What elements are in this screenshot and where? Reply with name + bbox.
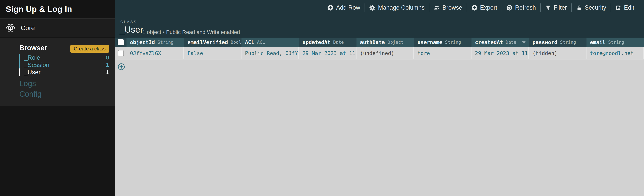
class-count-badge: 0 bbox=[106, 54, 109, 61]
cell-createdat[interactable]: 29 Mar 2023 at 11:… bbox=[472, 47, 529, 60]
app-title: Sign Up & Log In bbox=[0, 4, 72, 14]
refresh-button[interactable]: Refresh bbox=[502, 4, 540, 11]
security-button[interactable]: Security bbox=[572, 4, 611, 11]
column-name: objectId bbox=[130, 39, 155, 45]
row-select-cell bbox=[115, 47, 126, 60]
select-all-checkbox[interactable] bbox=[118, 39, 124, 45]
export-label: Export bbox=[480, 4, 498, 11]
manage-columns-button[interactable]: Manage Columns bbox=[365, 4, 429, 11]
class-eyebrow-label: CLASS bbox=[120, 20, 137, 24]
column-header-updatedat[interactable]: updatedAt Date bbox=[299, 38, 356, 47]
edit-label: Edit bbox=[624, 4, 634, 11]
edit-button[interactable]: Edit bbox=[611, 4, 639, 11]
filter-label: Filter bbox=[554, 4, 567, 11]
cell-password[interactable]: (hidden) bbox=[529, 47, 586, 60]
users-icon bbox=[434, 5, 440, 11]
add-row-button[interactable]: Add Row bbox=[323, 4, 364, 11]
column-type: Object bbox=[388, 40, 404, 45]
sidebar-item-config[interactable]: Config bbox=[19, 90, 42, 98]
refresh-label: Refresh bbox=[515, 4, 536, 11]
grid-header: objectId String emailVerified Boole… ACL… bbox=[115, 38, 644, 47]
column-name: email bbox=[590, 39, 606, 45]
class-label: _User bbox=[24, 69, 40, 76]
column-name: authData bbox=[360, 39, 385, 45]
class-label: _Session bbox=[24, 61, 50, 68]
column-type: String bbox=[560, 40, 576, 45]
sidebar-item-logs[interactable]: Logs bbox=[19, 79, 36, 88]
column-type: Boole… bbox=[230, 40, 242, 45]
browser-heading: Browser bbox=[19, 44, 47, 52]
column-type: String bbox=[608, 40, 624, 45]
cell-acl[interactable]: Public Read, 0JfYv… bbox=[242, 47, 299, 60]
plus-circle-icon bbox=[118, 63, 125, 70]
class-list: _Role 0 _Session 1 _User 1 bbox=[19, 54, 109, 76]
class-meta: 1 object • Public Read and Write enabled bbox=[142, 29, 240, 35]
column-header-acl[interactable]: ACL ACL bbox=[242, 38, 299, 47]
create-class-button[interactable]: Create a class bbox=[70, 45, 109, 53]
cell-updatedat[interactable]: 29 Mar 2023 at 11:… bbox=[299, 47, 356, 60]
row-checkbox[interactable] bbox=[118, 50, 124, 56]
manage-columns-label: Manage Columns bbox=[378, 4, 424, 11]
toolbar: Add Row bbox=[323, 0, 639, 15]
select-all-cell bbox=[115, 38, 126, 47]
browse-label: Browse bbox=[442, 4, 462, 11]
sort-desc-icon[interactable] bbox=[522, 41, 526, 44]
export-button[interactable]: Export bbox=[467, 4, 502, 11]
add-row-label: Add Row bbox=[336, 4, 360, 11]
browser-panel: Browser Create a class _Role 0 _Session … bbox=[0, 38, 115, 106]
column-header-createdat[interactable]: createdAt Date bbox=[472, 38, 529, 47]
table-row: 0JfYvsZlGX False Public Read, 0JfYv… 29 … bbox=[115, 47, 644, 60]
class-label: _Role bbox=[24, 54, 40, 61]
class-count-badge: 1 bbox=[106, 69, 109, 75]
class-count-badge: 1 bbox=[106, 62, 109, 68]
column-type: Date bbox=[333, 40, 344, 45]
column-type: Date bbox=[506, 40, 516, 45]
cell-emailverified[interactable]: False bbox=[184, 47, 242, 60]
sidebar-item-core-label: Core bbox=[21, 24, 35, 32]
column-header-password[interactable]: password String bbox=[529, 38, 586, 47]
lock-icon bbox=[576, 5, 582, 11]
column-name: emailVerified bbox=[188, 39, 228, 45]
sidebar: Sign Up & Log In Core Browser Create a c… bbox=[0, 0, 115, 196]
app-title-bar: Sign Up & Log In bbox=[0, 0, 115, 18]
column-header-objectid[interactable]: objectId String bbox=[126, 38, 184, 47]
sidebar-item-role[interactable]: _Role 0 bbox=[19, 54, 109, 61]
column-type: ACL bbox=[257, 40, 265, 45]
column-name: createdAt bbox=[475, 39, 503, 45]
column-header-username[interactable]: username String bbox=[414, 38, 472, 47]
browse-button[interactable]: Browse bbox=[429, 4, 466, 11]
sidebar-item-user[interactable]: _User 1 bbox=[19, 68, 109, 76]
edit-icon bbox=[616, 5, 622, 11]
column-name: ACL bbox=[245, 39, 254, 45]
topbar: Add Row bbox=[115, 0, 644, 38]
column-header-authdata[interactable]: authData Object bbox=[356, 38, 414, 47]
column-type: String bbox=[445, 40, 461, 45]
column-name: password bbox=[532, 39, 557, 45]
filter-button[interactable]: Filter bbox=[541, 4, 571, 11]
column-name: updatedAt bbox=[302, 39, 330, 45]
column-header-emailverified[interactable]: emailVerified Boole… bbox=[184, 38, 242, 47]
column-name: username bbox=[418, 39, 442, 45]
column-type: String bbox=[158, 40, 174, 45]
gear-icon bbox=[369, 5, 375, 11]
cell-objectid[interactable]: 0JfYvsZlGX bbox=[126, 47, 184, 60]
add-object-button[interactable] bbox=[118, 63, 125, 70]
cell-authdata[interactable]: (undefined) bbox=[356, 47, 414, 60]
add-row-icon bbox=[327, 5, 333, 11]
security-label: Security bbox=[585, 4, 606, 11]
class-name: _User bbox=[120, 24, 143, 35]
cell-email[interactable]: tore@noodl.net bbox=[586, 47, 644, 60]
refresh-icon bbox=[506, 5, 512, 11]
column-header-email[interactable]: email String bbox=[586, 38, 644, 47]
export-icon bbox=[472, 5, 478, 11]
sidebar-item-core[interactable]: Core bbox=[0, 18, 115, 38]
cell-username[interactable]: tore bbox=[414, 47, 472, 60]
atom-icon bbox=[6, 23, 15, 32]
filter-icon bbox=[545, 5, 551, 11]
main-content: Add Row bbox=[115, 0, 644, 196]
sidebar-item-session[interactable]: _Session 1 bbox=[19, 61, 109, 68]
